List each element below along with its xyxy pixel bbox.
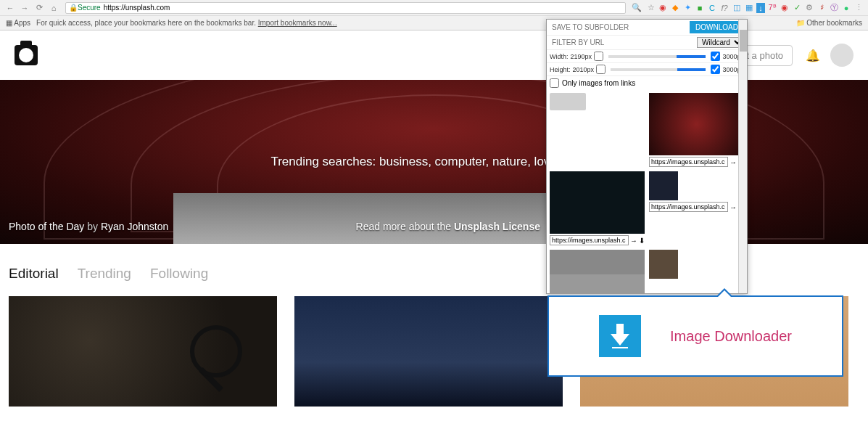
bell-icon[interactable]: 🔔 <box>806 49 820 62</box>
forward-button[interactable]: → <box>19 2 30 14</box>
bookmarks-hint: For quick access, place your bookmarks h… <box>36 19 337 27</box>
tab-following[interactable]: Following <box>150 266 208 282</box>
save-subfolder-input[interactable] <box>550 23 690 32</box>
ext-icon[interactable]: 7ᴮ <box>767 3 777 13</box>
image-result-thumb[interactable] <box>550 171 645 234</box>
avatar[interactable] <box>830 44 853 67</box>
license-text: Read more about the Unsplash License <box>356 221 540 232</box>
only-links-row: Only images from links <box>547 76 747 90</box>
filter-mode-select[interactable]: Wildcard <box>697 37 744 48</box>
popup-scrollbar[interactable] <box>738 20 747 293</box>
back-button[interactable]: ← <box>4 2 16 14</box>
browser-toolbar: ← → ⟳ ⌂ 🔒 Secure https://unsplash.com 🔍 … <box>0 0 868 16</box>
image-results-grid: → ⬇ → ⬇ → ⬇ <box>547 90 747 293</box>
download-arrow-icon <box>599 315 641 357</box>
image-result-thumb[interactable] <box>649 250 678 279</box>
width-min-checkbox[interactable] <box>594 52 603 61</box>
image-result-thumb[interactable] <box>550 93 586 110</box>
height-slider[interactable] <box>611 68 706 71</box>
ext-icon[interactable]: Ⓨ <box>829 3 839 13</box>
url-text: https://unsplash.com <box>104 4 170 12</box>
callout-title: Image Downloader <box>670 328 792 345</box>
image-url-field[interactable] <box>649 157 728 167</box>
author-link[interactable]: Ryan Johnston <box>101 221 168 232</box>
ext-icon[interactable]: ↓ <box>756 3 765 13</box>
ext-icon[interactable]: C <box>707 3 717 13</box>
lock-icon: 🔒 <box>69 4 78 12</box>
address-bar[interactable]: 🔒 Secure https://unsplash.com <box>65 2 626 14</box>
height-max-checkbox[interactable] <box>711 65 720 74</box>
reload-button[interactable]: ⟳ <box>33 2 45 14</box>
ext-icon[interactable]: ✦ <box>682 3 693 13</box>
photo-thumb[interactable] <box>294 296 563 407</box>
open-icon[interactable]: → <box>630 237 637 245</box>
height-min-checkbox[interactable] <box>596 65 605 74</box>
zoom-icon[interactable]: 🔍 <box>632 3 642 12</box>
image-url-field[interactable] <box>649 202 728 212</box>
image-downloader-popup: DOWNLOAD Wildcard Width: 2190px 3000px H… <box>546 19 748 294</box>
width-filter-row: Width: 2190px 3000px <box>547 50 747 63</box>
download-button[interactable]: DOWNLOAD <box>690 21 744 33</box>
ext-icon[interactable]: ● <box>841 3 851 13</box>
tab-editorial[interactable]: Editorial <box>9 266 59 282</box>
image-url-field[interactable] <box>550 235 629 245</box>
ext-icon[interactable]: ⚙ <box>804 3 814 13</box>
import-bookmarks-link[interactable]: Import bookmarks now... <box>258 19 337 27</box>
photo-thumb[interactable] <box>9 296 277 407</box>
ext-icon[interactable]: ◫ <box>732 3 742 13</box>
home-button[interactable]: ⌂ <box>48 2 59 14</box>
width-slider[interactable] <box>608 55 706 58</box>
ext-icon[interactable]: ♯ <box>817 3 827 13</box>
ext-icon[interactable]: f? <box>719 3 729 13</box>
menu-icon[interactable]: ⋮ <box>853 3 864 13</box>
license-link[interactable]: Unsplash License <box>454 221 540 232</box>
width-max-checkbox[interactable] <box>711 52 720 61</box>
open-icon[interactable]: → <box>729 158 737 166</box>
ext-icon[interactable]: ◉ <box>780 3 790 13</box>
only-links-checkbox[interactable] <box>550 78 559 88</box>
ext-icon[interactable]: ■ <box>695 3 705 13</box>
extension-icons: ◉ ◆ ✦ ■ C f? ◫ ▦ ↓ 7ᴮ ◉ ✓ ⚙ ♯ Ⓨ ● ⋮ <box>658 3 864 13</box>
download-icon[interactable]: ⬇ <box>639 237 645 245</box>
image-result-thumb[interactable] <box>649 171 678 200</box>
other-bookmarks[interactable]: 📁 Other bookmarks <box>796 19 862 27</box>
ext-icon[interactable]: ▦ <box>744 3 754 13</box>
image-result-thumb[interactable] <box>649 93 744 155</box>
logo-camera-icon[interactable] <box>15 45 38 65</box>
open-icon[interactable]: → <box>729 203 737 211</box>
image-result-thumb[interactable] <box>550 250 645 293</box>
secure-label: Secure <box>78 4 101 12</box>
photo-of-day: Photo of the Day by Ryan Johnston <box>9 221 168 232</box>
tab-trending[interactable]: Trending <box>78 266 131 282</box>
ext-icon[interactable]: ✓ <box>792 3 802 13</box>
apps-button[interactable]: ▦ Apps <box>6 19 30 27</box>
star-icon[interactable]: ☆ <box>648 3 655 12</box>
image-downloader-callout: Image Downloader <box>547 295 843 377</box>
ext-icon[interactable]: ◉ <box>658 3 668 13</box>
ext-icon[interactable]: ◆ <box>670 3 680 13</box>
height-filter-row: Height: 2010px 3000px <box>547 63 747 76</box>
filter-url-input[interactable] <box>550 38 697 47</box>
